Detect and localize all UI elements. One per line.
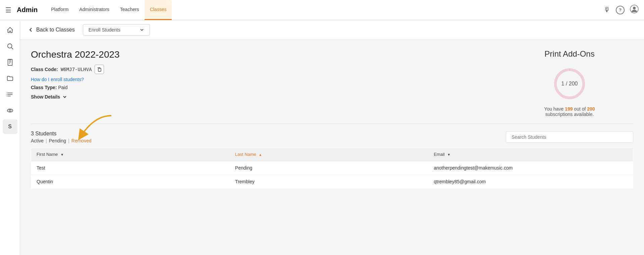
main-layout: S Back to Classes Enroll Students Orches…: [0, 20, 644, 255]
cell-first-name-0: Test: [31, 161, 230, 175]
sidebar-list[interactable]: [3, 87, 17, 102]
donut-chart: 1 / 200: [551, 65, 588, 102]
class-code-row: Class Code: W6MJ7-ULHVA: [31, 65, 120, 74]
admin-logo: Admin: [17, 6, 38, 14]
filter-removed[interactable]: Removed: [71, 138, 92, 143]
nav-right-icons: 🎙 ?: [604, 5, 639, 15]
cell-email-0: anotherpendingtest@makemusic.com: [428, 161, 633, 175]
col-email[interactable]: Email ▼: [428, 148, 633, 161]
cell-last-name-1: Trembley: [230, 175, 428, 189]
table-header-row: First Name ▼ Last Name ▲ Email ▼: [31, 148, 633, 161]
hamburger-menu-icon[interactable]: ☰: [5, 6, 11, 14]
class-type-label: Class Type:: [31, 85, 57, 90]
col-last-name[interactable]: Last Name ▲: [230, 148, 428, 161]
svg-point-1: [633, 7, 636, 9]
class-detail-section: Orchestra 2022-2023 Class Code: W6MJ7-UL…: [20, 40, 644, 124]
cell-last-name-0: Pending: [230, 161, 428, 175]
sub-nav-bar: Back to Classes Enroll Students: [20, 20, 644, 40]
sidebar-assignment[interactable]: [3, 55, 17, 70]
svg-point-12: [6, 93, 7, 93]
top-navigation: ☰ Admin Platform Administrators Teachers…: [0, 0, 644, 20]
nav-classes[interactable]: Classes: [145, 0, 172, 20]
how-to-enroll-link[interactable]: How do I enroll students?: [31, 77, 120, 82]
sidebar-s-app[interactable]: S: [3, 119, 17, 134]
back-to-classes-link[interactable]: Back to Classes: [28, 27, 75, 33]
mic-icon[interactable]: 🎙: [604, 6, 610, 14]
class-info: Orchestra 2022-2023 Class Code: W6MJ7-UL…: [31, 49, 120, 100]
print-addons-title: Print Add-Ons: [533, 49, 606, 59]
subscription-text: You have 199 out of 200 subscriptions av…: [533, 106, 606, 117]
search-students-input[interactable]: [506, 131, 633, 143]
help-icon[interactable]: ?: [616, 6, 625, 14]
filter-sep-2: |: [68, 138, 69, 143]
class-type-value: Paid: [58, 85, 67, 90]
sidebar-search[interactable]: [3, 39, 17, 54]
svg-rect-17: [98, 68, 101, 71]
print-addons-section: Print Add-Ons 1 / 200 You have 199 out o…: [533, 49, 633, 117]
students-section: 3 Students Active | Pending | Removed: [20, 124, 644, 195]
first-name-sort-icon: ▼: [60, 153, 64, 156]
total-count: 200: [587, 106, 595, 112]
enroll-students-dropdown[interactable]: Enroll Students: [83, 24, 150, 36]
account-icon[interactable]: [630, 5, 639, 15]
copy-class-code-button[interactable]: [95, 65, 104, 74]
filter-pending[interactable]: Pending: [49, 138, 66, 143]
class-code-value: W6MJ7-ULHVA: [61, 67, 92, 72]
class-code-label: Class Code:: [31, 67, 58, 72]
svg-point-13: [6, 94, 7, 95]
donut-label: 1 / 200: [561, 81, 578, 87]
svg-point-2: [7, 44, 12, 48]
filter-active[interactable]: Active: [31, 138, 44, 143]
nav-administrators[interactable]: Administrators: [74, 0, 114, 20]
show-details-toggle[interactable]: Show Details: [31, 94, 120, 100]
filter-sep-1: |: [46, 138, 47, 143]
svg-point-16: [9, 110, 11, 112]
table-row: Quentin Trembley qtrembley85@gmail.com: [31, 175, 633, 189]
sidebar-visibility[interactable]: [3, 103, 17, 118]
students-count: 3 Students: [31, 131, 92, 137]
svg-line-3: [11, 48, 13, 49]
students-table: First Name ▼ Last Name ▲ Email ▼: [31, 147, 633, 189]
nav-links: Platform Administrators Teachers Classes: [46, 0, 604, 20]
cell-first-name-1: Quentin: [31, 175, 230, 189]
available-count: 199: [565, 106, 573, 112]
students-header: 3 Students Active | Pending | Removed: [31, 131, 633, 143]
class-type-row: Class Type: Paid: [31, 85, 120, 90]
sidebar-home[interactable]: [3, 23, 17, 38]
subscription-suffix: subscriptions available.: [545, 112, 594, 117]
svg-point-14: [6, 96, 7, 97]
email-sort-icon: ▼: [447, 153, 450, 156]
nav-teachers[interactable]: Teachers: [115, 0, 145, 20]
sidebar: S: [0, 20, 20, 255]
students-filters: Active | Pending | Removed: [31, 138, 92, 143]
last-name-sort-icon: ▲: [259, 153, 262, 156]
cell-email-1: qtrembley85@gmail.com: [428, 175, 633, 189]
main-content: Back to Classes Enroll Students Orchestr…: [20, 20, 644, 255]
svg-rect-4: [8, 59, 12, 65]
subscription-prefix: You have: [544, 106, 565, 112]
nav-platform[interactable]: Platform: [46, 0, 74, 20]
show-details-label: Show Details: [31, 94, 60, 100]
students-info: 3 Students Active | Pending | Removed: [31, 131, 92, 143]
enroll-dropdown-label: Enroll Students: [89, 27, 120, 33]
col-first-name[interactable]: First Name ▼: [31, 148, 230, 161]
sidebar-folder[interactable]: [3, 71, 17, 86]
back-to-classes-label: Back to Classes: [36, 27, 75, 33]
svg-rect-8: [9, 59, 11, 60]
table-row: Test Pending anotherpendingtest@makemusi…: [31, 161, 633, 175]
class-title: Orchestra 2022-2023: [31, 49, 120, 60]
